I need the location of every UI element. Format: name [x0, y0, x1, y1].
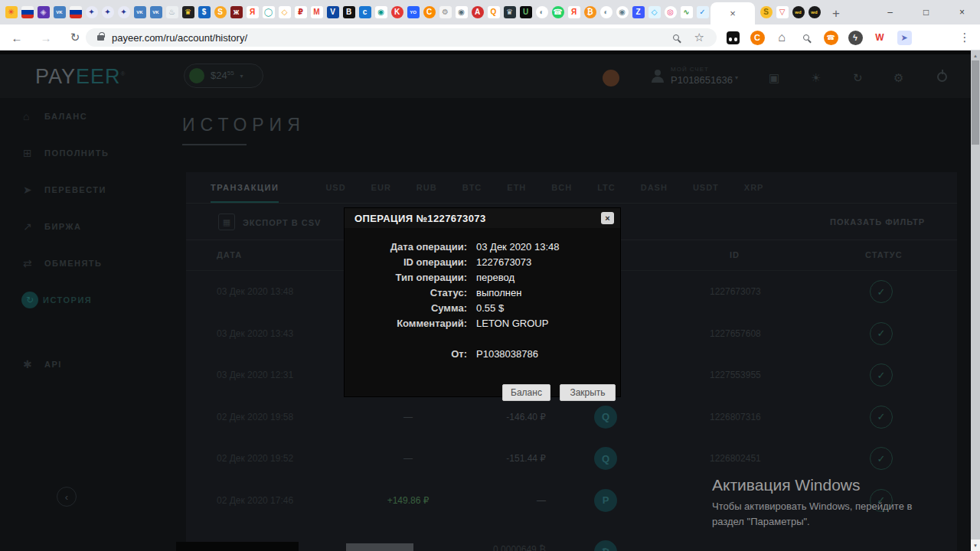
pinned-tab[interactable]: U: [518, 0, 534, 24]
pinned-tab[interactable]: ◇: [646, 0, 662, 24]
close-button[interactable]: Закрыть: [560, 384, 616, 401]
pinned-tab[interactable]: ✦: [83, 0, 100, 24]
refresh-icon[interactable]: ↻: [853, 71, 863, 85]
lock-icon[interactable]: [97, 35, 104, 41]
extension-icon[interactable]: C: [748, 24, 766, 51]
export-csv-button[interactable]: ЭКСПОРТ В CSV: [243, 218, 321, 227]
currency-tab[interactable]: RUB: [416, 183, 437, 192]
currency-tab[interactable]: EUR: [371, 183, 391, 192]
pinned-tab[interactable]: ∿: [678, 0, 694, 24]
sidebar-item[interactable]: ⇄ ОБМЕНЯТЬ: [0, 245, 161, 282]
sidebar-item[interactable]: ✱ API: [0, 346, 161, 383]
window-close-button[interactable]: ×: [944, 0, 980, 24]
pinned-tab[interactable]: ♛: [501, 0, 518, 24]
sidebar-item[interactable]: ↗ БИРЖА: [0, 208, 161, 245]
scroll-up-icon[interactable]: ▲: [971, 51, 980, 60]
balance-pill[interactable]: $2455 ▾: [184, 64, 263, 88]
transaction-row[interactable]: 02 Дек 2020 19:52 — -151.44 ₽ Q 12268024…: [186, 438, 957, 480]
pinned-tab[interactable]: wd: [790, 0, 806, 24]
pinned-tab[interactable]: ◯: [260, 0, 276, 24]
pinned-tab[interactable]: VK: [148, 0, 164, 24]
notification-avatar[interactable]: [603, 70, 619, 86]
sidebar-item[interactable]: ↻ ИСТОРИЯ: [0, 282, 161, 318]
pinned-tab[interactable]: ₿: [582, 0, 598, 24]
pinned-tab[interactable]: ♨: [164, 0, 180, 24]
search-icon[interactable]: [797, 24, 815, 51]
pinned-tab[interactable]: A: [469, 0, 485, 24]
currency-tab[interactable]: DASH: [641, 183, 668, 192]
sidebar-item[interactable]: ⌂ БАЛАНС: [0, 98, 161, 135]
pinned-tab[interactable]: ✳: [3, 0, 19, 24]
extension-icon[interactable]: ➤: [895, 24, 913, 51]
pinned-tab[interactable]: В: [341, 0, 357, 24]
extension-icon[interactable]: W: [871, 24, 889, 51]
balance-button[interactable]: Баланс: [502, 384, 550, 401]
tab-transactions[interactable]: ТРАНЗАКЦИИ: [211, 173, 279, 203]
home-icon[interactable]: ⌂: [773, 24, 791, 51]
currency-tab[interactable]: USD: [325, 183, 345, 192]
pinned-tab[interactable]: K: [389, 0, 405, 24]
currency-tab[interactable]: USDT: [693, 183, 719, 192]
currency-tab[interactable]: BTC: [462, 183, 482, 192]
gear-icon[interactable]: ⚙: [893, 71, 903, 85]
pinned-tab[interactable]: ◇: [276, 0, 292, 24]
page-scrollbar[interactable]: ▲ ▼: [971, 51, 980, 551]
transaction-row[interactable]: 02 Дек 2020 19:58 — -146.40 ₽ Q 12268073…: [186, 396, 957, 439]
back-icon[interactable]: ←: [8, 24, 26, 51]
pinned-tab[interactable]: ◉: [453, 0, 469, 24]
pinned-tab[interactable]: ◐: [598, 0, 614, 24]
messages-icon[interactable]: ▣: [769, 71, 779, 85]
sidebar-item[interactable]: ➤ ПЕРЕВЕСТИ: [0, 171, 161, 208]
tab-close-icon[interactable]: ×: [730, 8, 736, 19]
pinned-tab[interactable]: ж: [228, 0, 244, 24]
browser-menu-icon[interactable]: ⋮: [956, 24, 974, 51]
url-text[interactable]: payeer.com/ru/account/history/: [112, 32, 247, 44]
pinned-tab[interactable]: Я: [244, 0, 260, 24]
show-filter-button[interactable]: ПОКАЗАТЬ ФИЛЬТР: [830, 217, 925, 227]
scroll-down-icon[interactable]: ▼: [971, 540, 980, 551]
pinned-tab[interactable]: VK: [132, 0, 148, 24]
pinned-tab[interactable]: $: [196, 0, 212, 24]
pinned-tab[interactable]: YO: [405, 0, 421, 24]
currency-tab[interactable]: BCH: [551, 183, 572, 192]
scrollbar-thumb[interactable]: [972, 60, 979, 145]
pinned-tab[interactable]: Q: [485, 0, 501, 24]
window-minimize-button[interactable]: –: [872, 0, 908, 24]
currency-tab[interactable]: XRP: [744, 183, 764, 192]
payeer-logo[interactable]: PAYEER®: [35, 65, 126, 89]
bookmark-star-icon[interactable]: ☆: [694, 31, 704, 44]
zoom-indicator-icon[interactable]: [673, 34, 679, 41]
reload-icon[interactable]: ↻: [66, 24, 84, 51]
pinned-tab[interactable]: c: [357, 0, 373, 24]
pinned-tab[interactable]: Я: [566, 0, 582, 24]
pinned-tab[interactable]: ◉: [373, 0, 389, 24]
pinned-tab[interactable]: M: [309, 0, 325, 24]
pinned-tab[interactable]: ◈: [35, 0, 51, 24]
window-maximize-button[interactable]: □: [908, 0, 944, 24]
account-info[interactable]: МОЙ СЧЕТ P1018651636: [671, 66, 733, 86]
logout-power-icon[interactable]: [937, 72, 947, 82]
close-icon[interactable]: ×: [601, 212, 614, 224]
pinned-tab[interactable]: [67, 0, 83, 24]
pinned-tab[interactable]: ⚙: [437, 0, 453, 24]
pinned-tab[interactable]: ◉: [614, 0, 630, 24]
theme-icon[interactable]: ☀: [811, 71, 821, 85]
pinned-tab[interactable]: VK: [51, 0, 67, 24]
pinned-tab[interactable]: wd: [806, 0, 822, 24]
extension-icon[interactable]: [724, 24, 742, 51]
pinned-tab[interactable]: ♛: [180, 0, 196, 24]
pinned-tab[interactable]: ▽: [774, 0, 790, 24]
chevron-down-icon[interactable]: ▾: [735, 74, 738, 81]
pinned-tab[interactable]: S: [758, 0, 774, 24]
pinned-tab[interactable]: ✓: [694, 0, 710, 24]
new-tab-button[interactable]: +: [825, 3, 847, 24]
pinned-tab[interactable]: ₽: [292, 0, 309, 24]
extension-icon[interactable]: ϟ: [846, 24, 864, 51]
pinned-tab[interactable]: S: [212, 0, 228, 24]
currency-tab[interactable]: LTC: [597, 183, 616, 192]
pinned-tab[interactable]: ◐: [534, 0, 550, 24]
pinned-tab[interactable]: ✦: [100, 0, 116, 24]
pinned-tab[interactable]: [19, 0, 35, 24]
currency-tab[interactable]: ETH: [507, 183, 526, 192]
active-tab[interactable]: ×: [710, 2, 755, 24]
